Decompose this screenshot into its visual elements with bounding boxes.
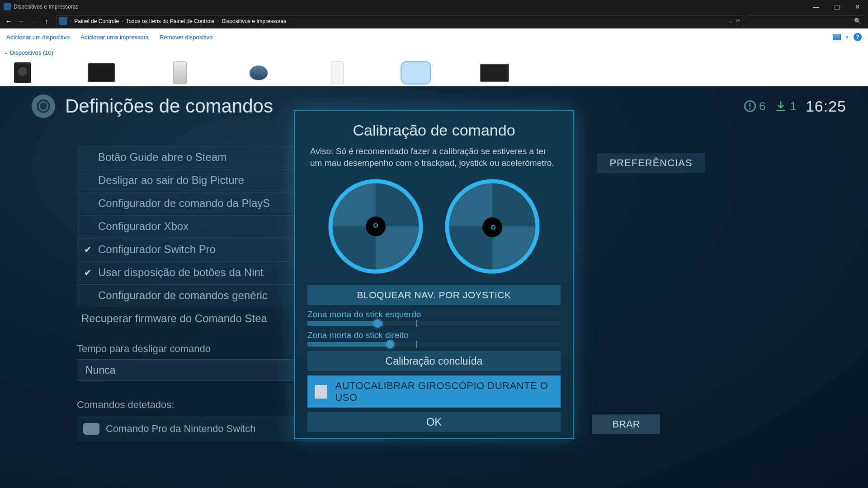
collapse-chevron-icon: ⌄	[4, 49, 8, 56]
crumb-1[interactable]: Todos os Itens do Painel de Controle	[123, 18, 217, 24]
checkbox-icon: ✔	[82, 244, 94, 255]
preferences-button[interactable]: PREFERÊNCIAS	[597, 153, 705, 173]
setting-label: Botão Guide abre o Steam	[98, 151, 226, 164]
right-deadzone-label: Zona morta do stick direito	[307, 330, 561, 340]
view-icon[interactable]	[833, 34, 841, 40]
explorer-nav-bar: ← → ⌄ ↑ › Painel de Controle › Todos os …	[0, 14, 868, 28]
maximize-button[interactable]: ▢	[826, 0, 847, 14]
left-deadzone-slider[interactable]	[307, 321, 561, 326]
device-drive[interactable]	[323, 59, 352, 86]
setting-label: Configurador Xbox	[98, 220, 189, 233]
autocalibrate-label: AUTOCALIBRAR GIROSCÓPIO DURANTE O USO	[335, 380, 553, 403]
modal-title: Calibração de comando	[295, 122, 573, 139]
calibration-status: Calibração concluída	[307, 351, 561, 371]
left-stick-visual	[326, 177, 425, 276]
remove-device-link[interactable]: Remover dispositivo	[160, 34, 212, 41]
device-list	[0, 59, 868, 86]
download-icon	[774, 100, 787, 113]
crumb-2[interactable]: Dispositivos e Impressoras	[219, 18, 289, 24]
checkbox-icon: ✔	[82, 267, 94, 278]
svg-rect-13	[492, 177, 542, 226]
lock-nav-button[interactable]: BLOQUEAR NAV. POR JOYSTICK	[307, 285, 561, 305]
close-button[interactable]: ✕	[847, 0, 868, 14]
checkbox-icon	[82, 151, 94, 163]
device-mouse[interactable]	[244, 59, 273, 86]
help-icon[interactable]: ?	[854, 33, 862, 41]
right-stick-visual	[443, 177, 542, 276]
device-tv[interactable]	[480, 59, 509, 86]
window-title: Dispositivos e Impressoras	[14, 4, 78, 10]
right-deadzone-slider[interactable]	[307, 342, 561, 347]
autocalibrate-toggle[interactable]: AUTOCALIBRAR GIROSCÓPIO DURANTE O USO	[307, 375, 561, 408]
recent-dropdown[interactable]: ⌄	[28, 15, 40, 27]
svg-rect-6	[326, 226, 376, 276]
checkbox-icon	[82, 290, 94, 301]
location-icon	[59, 17, 67, 25]
downloads-badge[interactable]: 1	[774, 99, 796, 113]
svg-rect-4	[326, 177, 376, 226]
up-button[interactable]: ↑	[41, 15, 52, 27]
add-printer-link[interactable]: Adicionar uma impressora	[80, 34, 149, 41]
setting-label: Configurador Switch Pro	[98, 243, 216, 256]
svg-rect-7	[376, 226, 425, 276]
setting-label: Configurador de comandos genéric	[98, 289, 268, 302]
setting-label: Configurador de comando da PlayS	[98, 197, 270, 210]
device-tower[interactable]	[165, 59, 194, 86]
autocalibrate-checkbox[interactable]	[315, 385, 327, 399]
svg-point-17	[482, 217, 502, 237]
svg-rect-5	[376, 177, 425, 226]
category-label: Dispositivos (10)	[10, 49, 53, 56]
view-dropdown[interactable]: ▼	[845, 35, 849, 39]
calibration-modal: Calibração de comando Aviso: Só é recome…	[294, 110, 574, 439]
search-input[interactable]: 🔍	[748, 15, 865, 27]
checkbox-icon	[82, 221, 94, 232]
address-dropdown[interactable]: ⌄	[728, 18, 732, 24]
forward-button[interactable]: →	[15, 15, 27, 27]
steam-logo-icon[interactable]	[32, 94, 55, 118]
device-speaker[interactable]	[8, 59, 37, 86]
page-title: Definições de comandos	[65, 95, 273, 117]
left-deadzone-label: Zona morta do stick esquerdo	[307, 310, 561, 319]
cp-toolbar: Adicionar um dispositivo Adicionar uma i…	[0, 28, 868, 46]
svg-rect-12	[443, 177, 492, 226]
modal-warning: Aviso: Só é recomendado fazer a calibraç…	[295, 145, 573, 169]
device-monitor[interactable]	[87, 59, 116, 86]
svg-point-2	[749, 108, 751, 110]
alerts-badge[interactable]: 6	[744, 99, 765, 113]
app-icon	[4, 3, 11, 10]
checkbox-icon	[82, 197, 94, 209]
calibrate-button-bg[interactable]: BRAR	[592, 414, 660, 434]
ok-button[interactable]: OK	[307, 412, 561, 432]
crumb-0[interactable]: Painel de Controle	[71, 18, 122, 24]
minimize-button[interactable]: —	[806, 0, 826, 14]
checkbox-icon	[82, 174, 94, 186]
add-device-link[interactable]: Adicionar um dispositivo	[6, 34, 70, 41]
clock: 16:25	[806, 98, 846, 115]
search-icon: 🔍	[854, 18, 861, 24]
breadcrumb-bar[interactable]: › Painel de Controle › Todos os Itens do…	[56, 15, 744, 27]
steam-big-picture: Definições de comandos 6 1 16:25 PREFERÊ…	[0, 86, 868, 488]
alert-icon	[744, 100, 756, 113]
back-button[interactable]: ←	[3, 15, 14, 27]
category-header[interactable]: ⌄ Dispositivos (10)	[0, 46, 868, 59]
refresh-button[interactable]: ⟳	[736, 18, 740, 24]
gamepad-icon	[83, 423, 99, 435]
window-titlebar: Dispositivos e Impressoras — ▢ ✕	[0, 0, 868, 14]
svg-point-9	[366, 216, 386, 236]
setting-label: Usar disposição de botões da Nint	[98, 266, 264, 279]
device-gamepad[interactable]	[401, 59, 430, 86]
setting-label: Desligar ao sair do Big Picture	[98, 174, 244, 187]
